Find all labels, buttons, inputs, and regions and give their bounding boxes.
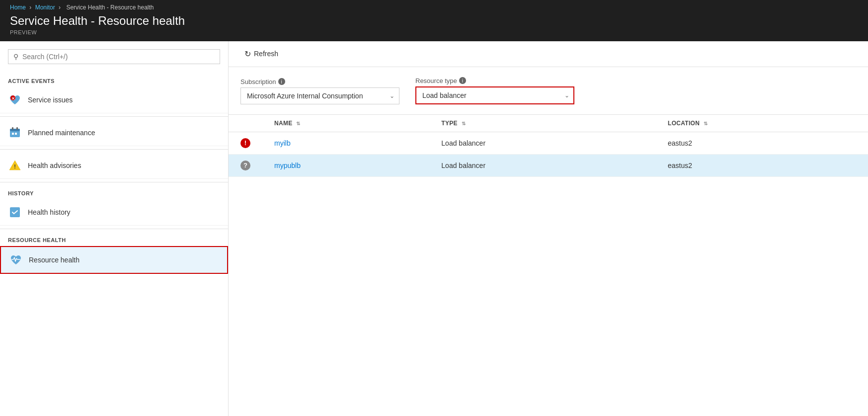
top-bar: Home › Monitor › Service Health - Resour… — [0, 0, 868, 41]
resource-type-filter-group: Resource type i Load balancer ⌄ — [415, 77, 574, 104]
section-label-history: HISTORY — [0, 186, 228, 199]
section-label-active-events: ACTIVE EVENTS — [0, 74, 228, 87]
type-cell: Load balancer — [429, 154, 656, 176]
resource-type-select[interactable]: Load balancer — [415, 86, 574, 104]
toolbar: ↻ Refresh — [229, 41, 868, 67]
subscription-filter-group: Subscription i Microsoft Azure Internal … — [240, 78, 399, 104]
search-input[interactable] — [22, 53, 215, 61]
table-row[interactable]: ?mypublbLoad balancereastus2 — [229, 154, 868, 176]
resource-health-icon — [9, 253, 23, 267]
svg-rect-6 — [16, 127, 18, 130]
sidebar-item-service-issues-label: Service issues — [28, 96, 73, 104]
refresh-icon: ↻ — [244, 49, 251, 59]
divider-3 — [0, 182, 228, 182]
unknown-icon: ? — [240, 161, 250, 170]
search-icon: ⚲ — [13, 53, 18, 61]
status-cell: ! — [229, 132, 262, 154]
svg-rect-5 — [12, 127, 13, 130]
sidebar-item-health-advisories-label: Health advisories — [28, 162, 81, 169]
sidebar: ⚲ ACTIVE EVENTS ✕ Service issues — [0, 41, 229, 416]
section-label-resource-health: RESOURCE HEALTH — [0, 233, 228, 246]
filters-row: Subscription i Microsoft Azure Internal … — [229, 67, 868, 115]
location-sort-icon: ⇅ — [704, 121, 708, 126]
sidebar-item-health-history-label: Health history — [28, 208, 71, 216]
subscription-info-icon[interactable]: i — [278, 78, 285, 85]
divider-4 — [0, 229, 228, 229]
health-advisories-icon: ! — [8, 159, 22, 172]
name-cell[interactable]: myilb — [262, 132, 429, 154]
table-header-row: NAME ⇅ TYPE ⇅ LOCATION ⇅ — [229, 115, 868, 132]
col-header-type[interactable]: TYPE ⇅ — [429, 115, 656, 132]
svg-text:!: ! — [14, 164, 16, 169]
content-area: ↻ Refresh Subscription i Microsoft Azure… — [229, 41, 868, 416]
sidebar-item-planned-maintenance-label: Planned maintenance — [28, 129, 95, 137]
sidebar-item-resource-health-label: Resource health — [29, 256, 79, 264]
status-cell: ? — [229, 154, 262, 176]
breadcrumb: Home › Monitor › Service Health - Resour… — [10, 4, 858, 11]
divider-1 — [0, 116, 228, 117]
svg-text:✕: ✕ — [11, 96, 15, 101]
subscription-select-wrapper: Microsoft Azure Internal Consumption ⌄ — [240, 87, 399, 104]
resource-table: NAME ⇅ TYPE ⇅ LOCATION ⇅ !myilbLoad bala… — [229, 115, 868, 177]
sidebar-item-resource-health[interactable]: Resource health — [0, 246, 228, 274]
col-header-location[interactable]: LOCATION ⇅ — [656, 115, 868, 132]
location-cell: eastus2 — [656, 132, 868, 154]
svg-rect-4 — [10, 129, 20, 131]
page-title: Service Health - Resource health — [10, 14, 858, 28]
resource-type-label: Resource type i — [415, 77, 574, 84]
resource-type-select-wrapper: Load balancer ⌄ — [415, 86, 574, 104]
refresh-label: Refresh — [254, 50, 278, 58]
name-cell[interactable]: mypublb — [262, 154, 429, 176]
col-header-status — [229, 115, 262, 132]
svg-rect-8 — [15, 133, 17, 135]
sidebar-item-health-history[interactable]: Health history — [0, 199, 228, 226]
page-subtitle: PREVIEW — [10, 29, 858, 35]
sidebar-item-planned-maintenance[interactable]: Planned maintenance — [0, 120, 228, 146]
divider-2 — [0, 149, 228, 150]
search-box[interactable]: ⚲ — [8, 49, 220, 64]
col-header-name[interactable]: NAME ⇅ — [262, 115, 429, 132]
breadcrumb-current: Service Health - Resource health — [66, 4, 154, 11]
sidebar-item-health-advisories[interactable]: ! Health advisories — [0, 153, 228, 179]
table-row[interactable]: !myilbLoad balancereastus2 — [229, 132, 868, 154]
subscription-select[interactable]: Microsoft Azure Internal Consumption — [240, 87, 399, 104]
refresh-button[interactable]: ↻ Refresh — [240, 47, 282, 61]
subscription-label: Subscription i — [240, 78, 399, 85]
breadcrumb-home[interactable]: Home — [10, 4, 26, 11]
name-sort-icon: ⇅ — [296, 121, 300, 126]
planned-maintenance-icon — [8, 126, 22, 140]
type-cell: Load balancer — [429, 132, 656, 154]
sidebar-item-service-issues[interactable]: ✕ Service issues — [0, 87, 228, 113]
svg-rect-7 — [12, 133, 14, 135]
health-history-icon — [8, 205, 22, 219]
type-sort-icon: ⇅ — [462, 121, 466, 126]
main-layout: ⚲ ACTIVE EVENTS ✕ Service issues — [0, 41, 868, 416]
location-cell: eastus2 — [656, 154, 868, 176]
resource-type-info-icon[interactable]: i — [459, 77, 466, 84]
breadcrumb-monitor[interactable]: Monitor — [35, 4, 55, 11]
service-issues-icon: ✕ — [8, 93, 22, 107]
error-icon: ! — [240, 138, 250, 148]
